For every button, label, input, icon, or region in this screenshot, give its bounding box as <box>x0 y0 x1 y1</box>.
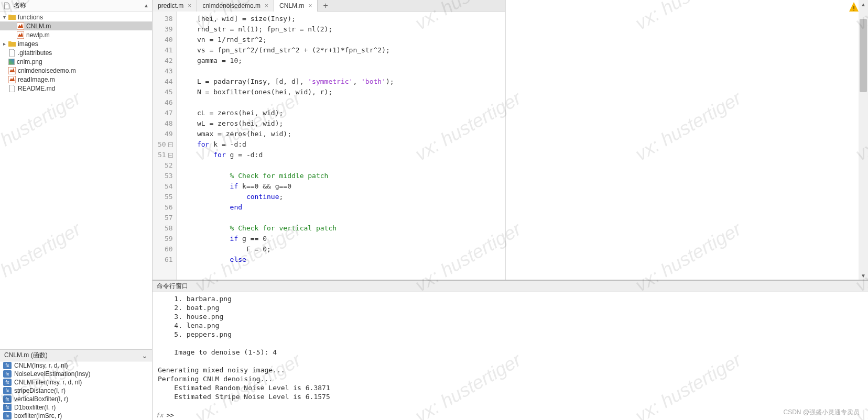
warning-icon[interactable]: ! <box>849 2 859 12</box>
fx-icon: fx <box>3 379 12 386</box>
line-number: 51 <box>158 150 166 160</box>
code-line[interactable]: N = boxfilter(ones(hei, wid), r); <box>181 87 505 97</box>
code-line[interactable] <box>181 160 505 171</box>
code-line[interactable]: gamma = 10; <box>181 56 505 66</box>
line-number: 46 <box>165 97 173 108</box>
expand-icon[interactable] <box>1 76 7 83</box>
function-item[interactable]: fxverticalBoxfilter(I, r) <box>0 395 152 403</box>
line-number: 56 <box>165 202 173 213</box>
line-number: 38 <box>165 14 173 24</box>
function-label: NoiseLevelEstimation(Insy) <box>14 370 90 378</box>
tab-label: cnlmdenoisedemo.m <box>202 2 261 9</box>
code-line[interactable]: end <box>181 202 505 213</box>
file-browser-panel: 名称 ▲ ▾functionsCNLM.mnewlp.m▸images.gita… <box>0 0 153 420</box>
function-panel-header[interactable]: CNLM.m (函数) ⌄ <box>0 349 152 361</box>
tab-cnlm-m[interactable]: CNLM.m× <box>274 0 318 12</box>
code-content[interactable]: [hei, wid] = size(Insy); rnd_str = nl(1)… <box>177 12 505 280</box>
line-number: 61 <box>165 255 173 265</box>
tree-item-label: CNLM.m <box>26 23 51 30</box>
file-browser-header-label: 名称 <box>14 1 26 10</box>
code-line[interactable] <box>181 97 505 108</box>
add-tab-button[interactable]: + <box>318 1 333 10</box>
code-line[interactable]: wL = zeros(hei, wid); <box>181 118 505 129</box>
code-line[interactable]: vn = 1/rnd_str^2; <box>181 35 505 45</box>
function-label: D1boxfilter(I, r) <box>14 404 56 411</box>
line-number: 58 <box>165 223 173 234</box>
code-area[interactable]: 38394041424344454647484950−51−5253545556… <box>153 12 505 280</box>
code-line[interactable]: else <box>181 255 505 265</box>
tree-item-readme-md[interactable]: README.md <box>0 84 152 93</box>
scroll-thumb[interactable] <box>860 19 867 92</box>
code-line[interactable]: wmax = zeros(hei, wid); <box>181 129 505 139</box>
close-icon[interactable]: × <box>265 2 268 9</box>
code-line[interactable]: F = 0; <box>181 244 505 255</box>
editor-panel: predict.m×cnlmdenoisedemo.m×CNLM.m×+ 383… <box>153 0 506 280</box>
function-item[interactable]: fxCNLMFilter(Insy, r, d, nl) <box>0 378 152 386</box>
command-window-output[interactable]: 1. barbara.png 2. boat.png 3. house.png … <box>153 292 868 411</box>
folder-icon <box>8 14 16 21</box>
close-icon[interactable]: × <box>188 2 191 9</box>
sort-asc-icon[interactable]: ▲ <box>144 3 149 8</box>
tree-item-label: newlp.m <box>26 31 50 39</box>
line-number: 48 <box>165 118 173 129</box>
function-item[interactable]: fxNoiseLevelEstimation(Insy) <box>0 370 152 378</box>
line-number: 43 <box>165 66 173 76</box>
code-line[interactable]: % Check for middle patch <box>181 171 505 181</box>
code-line[interactable]: if g == 0 <box>181 234 505 244</box>
expand-icon[interactable] <box>1 50 7 56</box>
line-number: 40 <box>165 35 173 45</box>
line-number: 55 <box>165 192 173 202</box>
command-window-header[interactable]: 命令行窗口 <box>153 281 868 292</box>
expand-icon[interactable]: ▾ <box>1 14 7 20</box>
tab-predict-m[interactable]: predict.m× <box>153 0 197 12</box>
code-line[interactable]: for g = -d:d <box>181 150 505 160</box>
code-line[interactable]: if k==0 && g==0 <box>181 181 505 192</box>
function-list[interactable]: fxCNLM(Insy, r, d, nl)fxNoiseLevelEstima… <box>0 361 152 420</box>
expand-icon[interactable] <box>9 23 16 29</box>
fold-icon[interactable]: − <box>168 142 173 147</box>
tree-item-images[interactable]: ▸images <box>0 39 152 48</box>
expand-icon[interactable] <box>9 32 16 38</box>
tree-item-cnlm-m[interactable]: CNLM.m <box>0 21 152 30</box>
code-line[interactable]: continue; <box>181 192 505 202</box>
expand-icon[interactable] <box>1 85 7 92</box>
tree-item-functions[interactable]: ▾functions <box>0 13 152 21</box>
function-item[interactable]: fxCNLM(Insy, r, d, nl) <box>0 361 152 370</box>
vertical-scrollbar[interactable]: ▲ ▼ <box>859 0 868 280</box>
function-item[interactable]: fxD1boxfilter(I, r) <box>0 403 152 412</box>
tree-item-readimage-m[interactable]: readImage.m <box>0 75 152 84</box>
file-tree[interactable]: ▾functionsCNLM.mnewlp.m▸images.gitattrib… <box>0 12 152 182</box>
code-line[interactable]: L = padarray(Insy, [d, d], 'symmetric', … <box>181 76 505 87</box>
code-line[interactable]: rnd_str = nl(1); fpn_str = nl(2); <box>181 24 505 35</box>
editor-tabs: predict.m×cnlmdenoisedemo.m×CNLM.m×+ <box>153 0 505 12</box>
scroll-track[interactable] <box>859 8 868 271</box>
scroll-down-button[interactable]: ▼ <box>859 271 868 280</box>
line-number: 42 <box>165 56 173 66</box>
file-browser-header[interactable]: 名称 ▲ <box>0 0 152 12</box>
expand-icon[interactable] <box>1 68 7 74</box>
code-line[interactable]: for k = -d:d <box>181 139 505 150</box>
tree-item-cnlmdenoisedemo-m[interactable]: cnlmdenoisedemo.m <box>0 66 152 75</box>
txt-icon <box>8 49 16 57</box>
code-line[interactable]: [hei, wid] = size(Insy); <box>181 14 505 24</box>
tree-item-cnlm-png[interactable]: cnlm.png <box>0 57 152 66</box>
tree-item--gitattributes[interactable]: .gitattributes <box>0 48 152 57</box>
tab-label: CNLM.m <box>279 2 304 9</box>
command-prompt[interactable]: fx >> <box>153 411 868 420</box>
function-item[interactable]: fxboxfilter(imSrc, r) <box>0 412 152 420</box>
code-line[interactable]: vs = fpn_str^2/(rnd_str^2 + (2*r+1)*fpn_… <box>181 45 505 56</box>
expand-icon[interactable] <box>1 59 7 65</box>
line-number: 47 <box>165 108 173 118</box>
tab-cnlmdenoisedemo-m[interactable]: cnlmdenoisedemo.m× <box>197 0 274 12</box>
close-icon[interactable]: × <box>308 2 312 9</box>
code-line[interactable]: % Check for vertical patch <box>181 223 505 234</box>
scroll-up-button[interactable]: ▲ <box>859 0 868 8</box>
code-line[interactable] <box>181 213 505 223</box>
fold-icon[interactable]: − <box>168 153 173 158</box>
expand-icon[interactable]: ▸ <box>1 41 7 47</box>
code-line[interactable]: cL = zeros(hei, wid); <box>181 108 505 118</box>
tree-item-newlp-m[interactable]: newlp.m <box>0 30 152 39</box>
function-item[interactable]: fxstripeDistance(I, r) <box>0 386 152 395</box>
matlab-icon <box>8 67 16 74</box>
code-line[interactable] <box>181 66 505 76</box>
